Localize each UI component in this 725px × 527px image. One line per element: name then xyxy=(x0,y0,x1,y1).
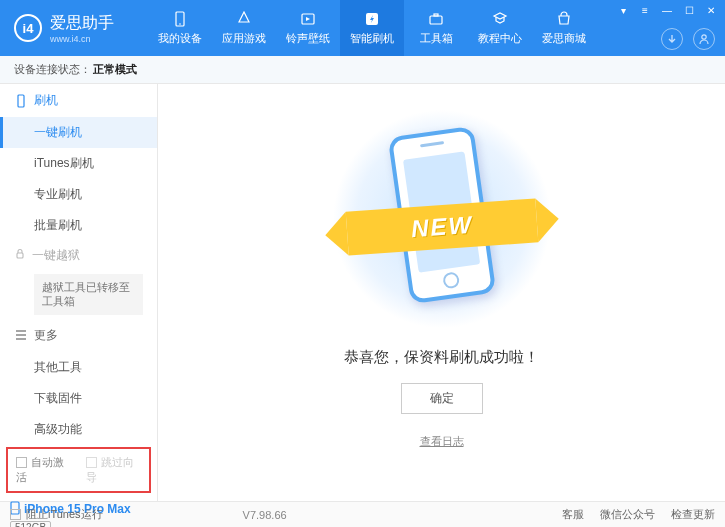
close-icon[interactable]: ✕ xyxy=(703,4,719,16)
nav-toolbox[interactable]: 工具箱 xyxy=(404,0,468,56)
nav-apps[interactable]: 应用游戏 xyxy=(212,0,276,56)
block-itunes-checkbox[interactable]: 阻止iTunes运行 xyxy=(10,507,103,522)
options-highlight: 自动激活 跳过向导 xyxy=(6,447,151,493)
lock-icon xyxy=(14,248,26,263)
app-header: i4 爱思助手 www.i4.cn 我的设备 应用游戏 铃声壁纸 智能刷机 工具… xyxy=(0,0,725,56)
ok-button[interactable]: 确定 xyxy=(401,383,483,414)
list-icon xyxy=(14,328,28,342)
toolbox-icon xyxy=(426,10,446,28)
nav-store[interactable]: 爱思商城 xyxy=(532,0,596,56)
device-status-bar: 设备连接状态： 正常模式 xyxy=(0,56,725,84)
top-nav: 我的设备 应用游戏 铃声壁纸 智能刷机 工具箱 教程中心 爱思商城 xyxy=(148,0,596,56)
sidebar-section-more[interactable]: 更多 xyxy=(0,319,157,352)
success-illustration: NEW xyxy=(342,114,542,324)
footer-link-support[interactable]: 客服 xyxy=(562,507,584,522)
sidebar-item-download-firmware[interactable]: 下载固件 xyxy=(0,383,157,414)
footer-link-wechat[interactable]: 微信公众号 xyxy=(600,507,655,522)
tutorial-icon xyxy=(490,10,510,28)
sidebar-item-pro-flash[interactable]: 专业刷机 xyxy=(0,179,157,210)
header-actions xyxy=(661,28,715,50)
menu-icon[interactable]: ▾ xyxy=(615,4,631,16)
user-icon[interactable] xyxy=(693,28,715,50)
main-content: NEW 恭喜您，保资料刷机成功啦！ 确定 查看日志 xyxy=(158,84,725,501)
window-controls: ▾ ≡ — ☐ ✕ xyxy=(615,4,719,16)
device-icon xyxy=(170,10,190,28)
nav-tutorials[interactable]: 教程中心 xyxy=(468,0,532,56)
version-label: V7.98.66 xyxy=(243,509,287,521)
app-logo: i4 爱思助手 www.i4.cn xyxy=(0,13,128,44)
app-name: 爱思助手 xyxy=(50,14,114,31)
auto-activate-checkbox[interactable]: 自动激活 xyxy=(16,455,72,485)
apps-icon xyxy=(234,10,254,28)
sidebar-section-jailbreak: 一键越狱 xyxy=(0,241,157,270)
svg-rect-4 xyxy=(430,16,442,24)
sidebar-item-oneclick-flash[interactable]: 一键刷机 xyxy=(0,117,157,148)
app-url: www.i4.cn xyxy=(50,34,114,44)
svg-rect-5 xyxy=(434,14,438,16)
nav-ringtones[interactable]: 铃声壁纸 xyxy=(276,0,340,56)
media-icon xyxy=(298,10,318,28)
nav-smart-flash[interactable]: 智能刷机 xyxy=(340,0,404,56)
sidebar-section-flash[interactable]: 刷机 xyxy=(0,84,157,117)
settings-icon[interactable]: ≡ xyxy=(637,4,653,16)
sidebar-item-batch-flash[interactable]: 批量刷机 xyxy=(0,210,157,241)
jailbreak-note[interactable]: 越狱工具已转移至工具箱 xyxy=(34,274,143,315)
store-icon xyxy=(554,10,574,28)
view-log-link[interactable]: 查看日志 xyxy=(420,434,464,449)
flash-icon xyxy=(362,10,382,28)
logo-icon: i4 xyxy=(14,14,42,42)
minimize-icon[interactable]: — xyxy=(659,4,675,16)
sidebar: 刷机 一键刷机 iTunes刷机 专业刷机 批量刷机 一键越狱 越狱工具已转移至… xyxy=(0,84,158,501)
nav-my-device[interactable]: 我的设备 xyxy=(148,0,212,56)
sidebar-item-advanced[interactable]: 高级功能 xyxy=(0,414,157,445)
download-icon[interactable] xyxy=(661,28,683,50)
maximize-icon[interactable]: ☐ xyxy=(681,4,697,16)
footer-link-update[interactable]: 检查更新 xyxy=(671,507,715,522)
svg-rect-8 xyxy=(17,253,23,258)
status-label: 设备连接状态： xyxy=(14,62,91,77)
status-value: 正常模式 xyxy=(93,62,137,77)
skip-guide-checkbox[interactable]: 跳过向导 xyxy=(86,455,142,485)
svg-point-6 xyxy=(702,35,706,39)
success-message: 恭喜您，保资料刷机成功啦！ xyxy=(344,348,539,367)
sidebar-item-other-tools[interactable]: 其他工具 xyxy=(0,352,157,383)
svg-point-1 xyxy=(179,23,181,25)
svg-rect-7 xyxy=(18,95,24,107)
sidebar-item-itunes-flash[interactable]: iTunes刷机 xyxy=(0,148,157,179)
phone-icon xyxy=(14,94,28,108)
